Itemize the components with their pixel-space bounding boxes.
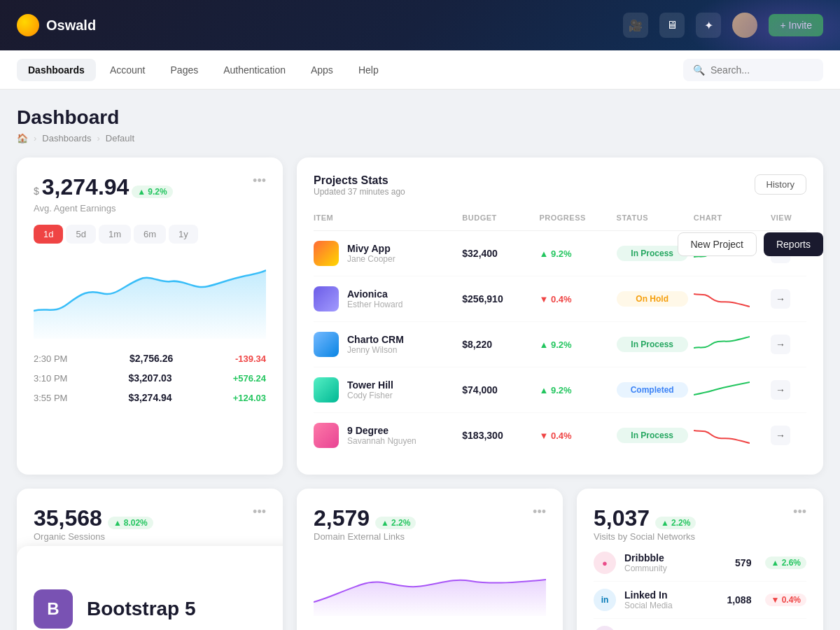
earnings-chart	[34, 255, 266, 339]
organic-sessions-label: Organic Sessions	[34, 531, 153, 542]
project-icon-charto	[314, 332, 339, 357]
project-name-mivy: Mivy App	[347, 243, 396, 254]
project-row-charto: Charto CRM Jenny Wilson $8,220 ▲ 9.2% In…	[314, 322, 806, 368]
domain-links-more[interactable]: •••	[533, 505, 546, 518]
currency-symbol: $	[34, 186, 39, 197]
dribbble-name: Dribbble	[624, 552, 667, 564]
earnings-badge: ▲ 9.2%	[132, 186, 172, 198]
project-icon-9degree	[314, 423, 339, 448]
er-amount-3: $3,274.94	[128, 392, 172, 403]
earnings-row: 3:10 PM $3,207.03 +576.24	[34, 372, 266, 384]
project-progress-9degree: ▼ 0.4%	[539, 430, 610, 441]
tab-apps[interactable]: Apps	[300, 59, 344, 81]
social-networks-badge: ▲ 2.2%	[655, 517, 696, 529]
social-networks-label: Visits by Social Networks	[594, 531, 696, 542]
project-view-charto[interactable]: →	[771, 335, 790, 354]
logo-area: Oswald	[17, 14, 96, 36]
social-item-linkedin: in Linked In Social Media 1,088 ▼ 0.4%	[594, 582, 806, 619]
project-budget-mivy: $32,400	[462, 248, 533, 259]
social-networks-more[interactable]: •••	[793, 505, 806, 518]
col-budget: BUDGET	[462, 214, 533, 222]
project-view-9degree[interactable]: →	[771, 426, 790, 445]
breadcrumb-home-icon: 🏠	[17, 133, 28, 144]
project-person-charto: Jenny Wilson	[347, 345, 404, 355]
domain-links-label: Domain External Links	[314, 531, 416, 542]
project-progress-avionica: ▼ 0.4%	[539, 294, 610, 304]
project-progress-tower: ▲ 9.2%	[539, 385, 610, 396]
col-chart: CHART	[694, 214, 765, 222]
earnings-card: $ 3,274.94 ▲ 9.2% ••• Avg. Agent Earning…	[17, 158, 283, 475]
search-input[interactable]	[710, 64, 808, 76]
project-icon-tower	[314, 377, 339, 402]
page-actions: New Project Reports	[678, 232, 824, 256]
tab-authentication[interactable]: Authentication	[212, 59, 297, 81]
tab-dashboards[interactable]: Dashboards	[17, 59, 96, 81]
search-icon: 🔍	[693, 64, 705, 76]
secondary-nav: Dashboards Account Pages Authentication …	[0, 50, 840, 90]
reports-button[interactable]: Reports	[764, 232, 823, 256]
project-icon-avionica	[314, 286, 339, 312]
user-avatar[interactable]	[732, 13, 757, 38]
earnings-row: 3:55 PM $3,274.94 +124.03	[34, 392, 266, 403]
earnings-table: 2:30 PM $2,756.26 -139.34 3:10 PM $3,207…	[34, 353, 266, 403]
projects-subtitle: Updated 37 minutes ago	[314, 187, 405, 197]
slack-icon: ✦	[594, 626, 616, 630]
er-time-2: 3:10 PM	[34, 373, 67, 384]
linkedin-count: 1,088	[727, 594, 751, 606]
invite-button[interactable]: + Invite	[769, 14, 823, 36]
social-item-dribbble: ● Dribbble Community 579 ▲ 2.6%	[594, 545, 806, 582]
social-networks-value: 5,037	[594, 505, 650, 531]
project-budget-charto: $8,220	[462, 339, 533, 350]
nav-icon-monitor[interactable]: 🖥	[659, 13, 685, 38]
new-project-button[interactable]: New Project	[678, 232, 757, 256]
filter-6m[interactable]: 6m	[134, 225, 166, 244]
breadcrumb: 🏠 › Dashboards › Default	[17, 133, 823, 144]
project-view-tower[interactable]: →	[771, 380, 790, 400]
project-progress-charto: ▲ 9.2%	[539, 340, 610, 350]
dribbble-icon: ●	[594, 552, 616, 574]
filter-1d[interactable]: 1d	[34, 225, 63, 244]
filter-5d[interactable]: 5d	[66, 225, 95, 244]
dribbble-count: 579	[735, 557, 751, 568]
projects-header: Projects Stats Updated 37 minutes ago Hi…	[314, 174, 806, 211]
projects-title: Projects Stats	[314, 174, 405, 187]
organic-sessions-more[interactable]: •••	[253, 505, 266, 518]
tab-account[interactable]: Account	[99, 59, 157, 81]
nav-icon-share[interactable]: ✦	[696, 13, 721, 38]
tab-pages[interactable]: Pages	[160, 59, 210, 81]
project-name-avionica: Avionica	[347, 288, 402, 300]
project-row-tower: Tower Hill Cody Fisher $74,000 ▲ 9.2% Co…	[314, 368, 806, 413]
top-cards-row: $ 3,274.94 ▲ 9.2% ••• Avg. Agent Earning…	[17, 158, 823, 475]
earnings-row: 2:30 PM $2,756.26 -139.34	[34, 353, 266, 364]
nav-icon-camera[interactable]: 🎥	[623, 13, 648, 38]
er-amount-2: $3,207.03	[128, 372, 172, 384]
col-progress: PROGRESS	[539, 214, 610, 222]
page-header: Dashboard 🏠 › Dashboards › Default	[17, 106, 823, 144]
tab-help[interactable]: Help	[347, 59, 390, 81]
project-view-avionica[interactable]: →	[771, 289, 790, 309]
project-person-9degree: Savannah Nguyen	[347, 436, 416, 446]
bootstrap-text: Bootstrap 5	[87, 598, 196, 620]
domain-links-card: 2,579 ▲ 2.2% Domain External Links •••	[297, 489, 563, 630]
organic-sessions-badge: ▲ 8.02%	[108, 517, 153, 529]
history-button[interactable]: History	[755, 174, 806, 195]
er-change-1: -139.34	[235, 354, 266, 364]
linkedin-badge: ▼ 0.4%	[765, 594, 806, 606]
earnings-more-button[interactable]: •••	[253, 174, 266, 187]
project-person-tower: Cody Fisher	[347, 391, 393, 400]
filter-1m[interactable]: 1m	[99, 225, 131, 244]
filter-1y[interactable]: 1y	[169, 225, 198, 244]
domain-links-value: 2,579	[314, 505, 370, 531]
top-nav: Oswald 🎥 🖥 ✦ + Invite	[0, 0, 840, 50]
domain-links-badge: ▲ 2.2%	[375, 517, 416, 529]
project-budget-avionica: $256,910	[462, 293, 533, 304]
up-arrow-icon: ▲	[137, 187, 146, 197]
organic-sessions-value: 35,568	[34, 505, 102, 531]
project-icon-mivy	[314, 241, 339, 266]
project-person-avionica: Esther Howard	[347, 300, 402, 309]
earnings-amount-block: $ 3,274.94 ▲ 9.2%	[34, 174, 173, 200]
project-progress-mivy: ▲ 9.2%	[539, 248, 610, 259]
dribbble-badge: ▲ 2.6%	[765, 556, 806, 569]
project-chart-avionica	[694, 288, 750, 309]
social-item-slack: ✦ Slack 794 ▲ 0.2%	[594, 619, 806, 630]
